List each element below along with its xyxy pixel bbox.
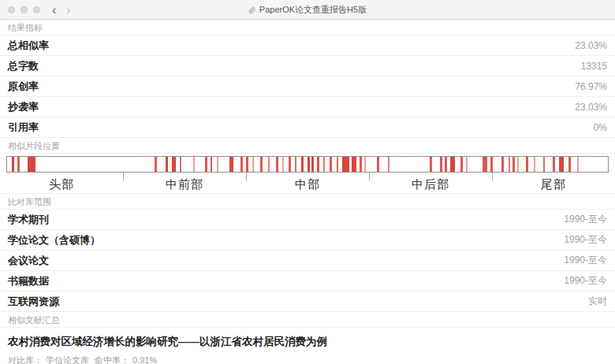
minimize-button[interactable] [20, 6, 28, 13]
similarity-stripe [246, 157, 248, 172]
similarity-stripe [543, 157, 545, 172]
row-label: 学位论文（含硕博） [8, 233, 100, 247]
table-row: 总相似率23.03% [0, 35, 615, 56]
similarity-stripe [323, 157, 325, 172]
row-label: 总字数 [8, 59, 39, 73]
similarity-stripe [553, 157, 555, 172]
row-value: 76.97% [575, 81, 607, 92]
similarity-stripe [388, 157, 390, 172]
row-value: 1990-至今 [564, 213, 607, 226]
window-title: PaperOK论文查重报告H5版 [259, 5, 367, 14]
row-value: 实时 [588, 295, 607, 308]
row-value: 13315 [581, 61, 607, 72]
table-row: 书籍数据1990-至今 [0, 271, 615, 292]
row-label: 抄袭率 [8, 100, 39, 114]
libraries-list: 学术期刊1990-至今学位论文（含硕博）1990-至今会议论文1990-至今书籍… [0, 210, 615, 312]
table-row: 引用率0% [0, 117, 615, 138]
similarity-stripe [517, 157, 519, 172]
table-row: 学位论文（含硕博）1990-至今 [0, 230, 615, 251]
similarity-stripe [193, 157, 195, 172]
section-header-metrics: 结果指标 [0, 20, 615, 35]
similarity-stripe [12, 157, 14, 172]
segment-tick [123, 173, 124, 181]
segment-labels: 头部中前部中部中后部尾部 [0, 173, 615, 194]
close-button[interactable] [8, 6, 15, 13]
row-label: 原创率 [8, 80, 39, 94]
row-value: 1990-至今 [564, 233, 607, 247]
section-header-position: 相似片段位置 [0, 138, 615, 154]
segment-label: 中后部 [369, 173, 492, 193]
meta-library-label: 对比库： [8, 355, 43, 364]
metrics-list: 总相似率23.03%总字数13315原创率76.97%抄袭率23.03%引用率0… [0, 35, 615, 138]
similarity-stripe [295, 157, 296, 172]
row-label: 书籍数据 [8, 274, 49, 288]
similarity-stripe [445, 157, 447, 172]
table-row: 互联网资源实时 [0, 292, 615, 312]
row-value: 23.03% [575, 102, 607, 113]
similarity-stripe [377, 157, 379, 172]
similarity-stripe [512, 157, 515, 172]
similarity-stripe [342, 157, 349, 172]
similarity-stripe [166, 157, 168, 172]
table-row: 会议论文1990-至今 [0, 251, 615, 271]
similarity-stripe [317, 157, 319, 172]
similarity-stripe [205, 157, 207, 172]
row-value: 23.03% [575, 40, 607, 51]
similarity-stripe [568, 157, 571, 172]
row-value: 1990-至今 [564, 254, 607, 267]
row-label: 引用率 [8, 121, 39, 135]
traffic-lights [8, 6, 40, 13]
similarity-stripe [240, 157, 243, 172]
similarity-stripe [330, 157, 332, 172]
similarity-stripe [466, 157, 468, 172]
similarity-stripe [430, 157, 432, 172]
segment-label: 尾部 [492, 173, 615, 193]
paperclip-icon [248, 6, 256, 14]
segment-tick [369, 173, 370, 181]
similarity-stripe [211, 157, 212, 172]
position-bar-wrap [0, 154, 615, 173]
similarity-stripe [217, 157, 218, 172]
similarity-stripe [308, 157, 310, 172]
position-bar [6, 156, 609, 173]
meta-hit-label: 命中率： [95, 355, 129, 364]
document-item[interactable]: 农村消费对区域经济增长的影响研究——以浙江省农村居民消费为例 对比库：学位论文库… [0, 328, 615, 364]
table-row: 学术期刊1990-至今 [0, 210, 615, 230]
similarity-stripe [534, 157, 535, 172]
document-title: 农村消费对区域经济增长的影响研究——以浙江省农村居民消费为例 [8, 335, 607, 349]
meta-hit-value: 0.91% [132, 355, 157, 364]
meta-library-value: 学位论文库 [46, 355, 89, 364]
similarity-stripe [28, 157, 35, 172]
row-label: 学术期刊 [8, 213, 49, 227]
similarity-stripe [501, 157, 504, 172]
forward-button[interactable]: › [66, 1, 70, 19]
segment-tick [246, 173, 247, 181]
similarity-stripe [229, 157, 233, 172]
maximize-button[interactable] [33, 6, 40, 13]
row-label: 互联网资源 [8, 295, 59, 309]
similarity-stripe [460, 157, 463, 172]
similarity-stripe [155, 157, 157, 172]
similarity-stripe [268, 157, 270, 172]
row-value: 1990-至今 [564, 274, 607, 288]
similarity-stripe [282, 157, 284, 172]
segment-label: 头部 [0, 173, 123, 193]
similarity-stripe [450, 157, 455, 172]
section-header-documents: 相似文献汇总 [0, 312, 615, 328]
similarity-stripe [17, 157, 20, 172]
document-meta: 对比库：学位论文库 命中率：0.91% [8, 355, 607, 364]
segment-tick [492, 173, 493, 181]
similarity-stripe [526, 157, 528, 172]
window-title-area: PaperOK论文查重报告H5版 [0, 4, 615, 16]
similarity-stripe [260, 157, 263, 172]
similarity-stripe [311, 157, 314, 172]
similarity-stripe [172, 157, 176, 172]
table-row: 总字数13315 [0, 56, 615, 76]
similarity-stripe [252, 157, 254, 172]
segment-label: 中部 [246, 173, 369, 193]
similarity-stripe [364, 157, 366, 172]
row-label: 总相似率 [8, 39, 49, 53]
similarity-stripe [483, 157, 487, 172]
row-label: 会议论文 [8, 254, 49, 268]
back-button[interactable]: ‹ [52, 1, 56, 19]
